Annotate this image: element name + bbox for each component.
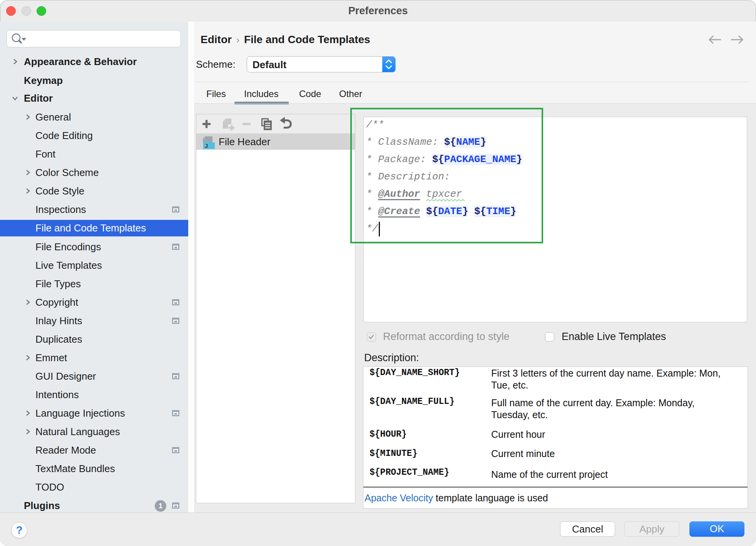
svg-text:J: J xyxy=(205,142,208,149)
